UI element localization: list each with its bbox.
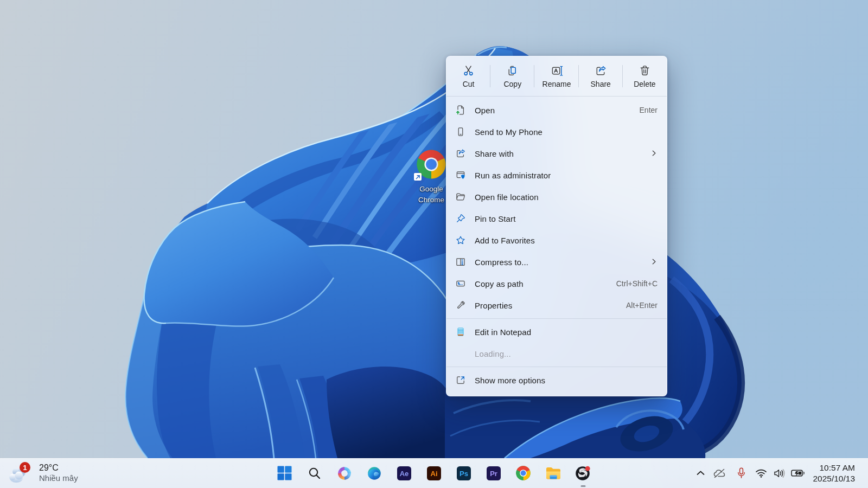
svg-text:1: 1 [23,464,27,472]
svg-text:Pr: Pr [490,469,497,477]
svg-text:Ae: Ae [399,469,409,477]
svg-text:Ps: Ps [459,469,468,477]
svg-text:Ai: Ai [430,469,437,477]
